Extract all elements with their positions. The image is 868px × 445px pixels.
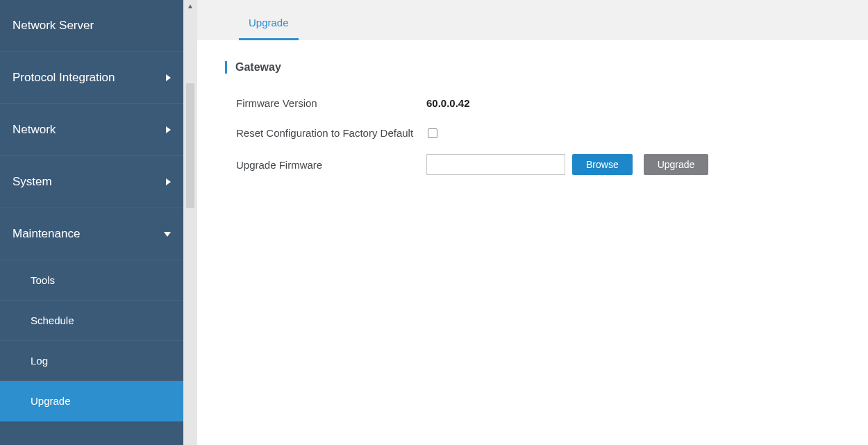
sidebar-item-maintenance[interactable]: Maintenance xyxy=(0,208,183,260)
field-upgrade-firmware: Upgrade Firmware Browse Upgrade xyxy=(225,154,868,175)
chevron-right-icon xyxy=(166,74,171,81)
reset-config-checkbox[interactable] xyxy=(428,128,437,138)
field-label: Reset Configuration to Factory Default xyxy=(225,127,426,139)
firmware-version-value: 60.0.0.42 xyxy=(426,97,470,109)
sidebar-sub-schedule[interactable]: Schedule xyxy=(0,301,183,341)
sidebar-sub-label: Schedule xyxy=(31,314,74,326)
chevron-right-icon xyxy=(166,126,171,133)
sidebar-scrollbar[interactable]: ▲ xyxy=(183,0,197,445)
field-label: Firmware Version xyxy=(225,97,426,109)
sidebar-item-label: System xyxy=(12,175,52,189)
sidebar-item-label: Network Server xyxy=(12,19,94,33)
scroll-up-icon[interactable]: ▲ xyxy=(187,3,194,10)
sidebar-sub-upgrade[interactable]: Upgrade xyxy=(0,381,183,421)
sidebar-sub-label: Upgrade xyxy=(31,395,71,407)
main: Upgrade Gateway Firmware Version 60.0.0.… xyxy=(197,0,868,445)
content: Gateway Firmware Version 60.0.0.42 Reset… xyxy=(197,40,868,175)
field-firmware-version: Firmware Version 60.0.0.42 xyxy=(225,97,868,109)
sidebar-sub-label: Tools xyxy=(31,274,55,286)
field-reset-config: Reset Configuration to Factory Default xyxy=(225,127,868,139)
sidebar: Network Server Protocol Integration Netw… xyxy=(0,0,183,445)
chevron-right-icon xyxy=(166,178,171,185)
sidebar-sub-tools[interactable]: Tools xyxy=(0,260,183,301)
tab-upgrade[interactable]: Upgrade xyxy=(236,4,301,40)
sidebar-item-label: Network xyxy=(12,123,56,137)
section-title: Gateway xyxy=(225,61,868,74)
tabbar: Upgrade xyxy=(197,0,868,40)
sidebar-item-protocol-integration[interactable]: Protocol Integration xyxy=(0,52,183,104)
sidebar-sub-label: Log xyxy=(31,355,48,367)
field-label: Upgrade Firmware xyxy=(225,159,426,171)
chevron-down-icon xyxy=(164,232,171,237)
sidebar-sub-log[interactable]: Log xyxy=(0,341,183,381)
sidebar-item-label: Maintenance xyxy=(12,227,80,241)
sidebar-item-system[interactable]: System xyxy=(0,156,183,208)
firmware-file-input[interactable] xyxy=(426,154,565,175)
upgrade-button[interactable]: Upgrade xyxy=(644,154,709,175)
sidebar-item-network[interactable]: Network xyxy=(0,104,183,156)
browse-button[interactable]: Browse xyxy=(572,154,633,175)
scroll-thumb[interactable] xyxy=(186,83,194,208)
tab-label: Upgrade xyxy=(249,17,289,28)
sidebar-item-label: Protocol Integration xyxy=(12,71,115,85)
sidebar-item-network-server[interactable]: Network Server xyxy=(0,0,183,52)
